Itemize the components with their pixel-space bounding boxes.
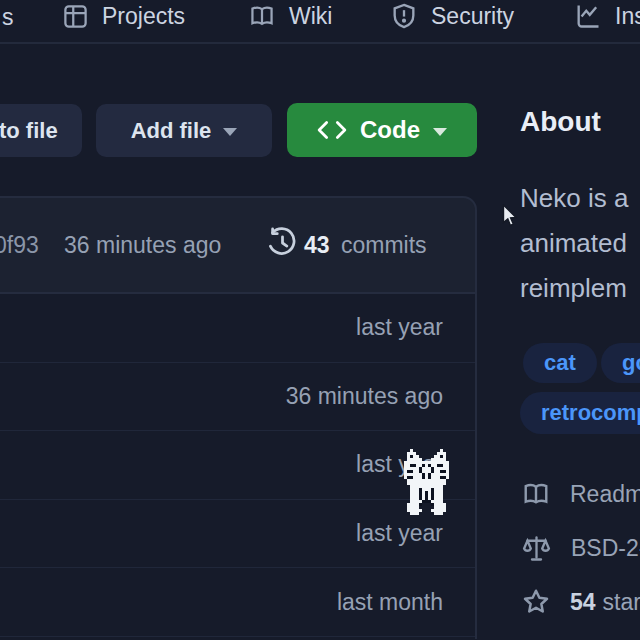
commit-age-link[interactable]: last month	[337, 589, 443, 616]
license-link[interactable]: BSD-2-Clause license	[521, 532, 640, 564]
topic-tag-retrocomputing[interactable]: retrocomputing	[520, 392, 640, 434]
license-label: BSD-2-Clause license	[571, 535, 640, 562]
tab-label: Security	[431, 3, 514, 30]
tab-security[interactable]: Security	[390, 0, 514, 32]
table-icon	[62, 3, 89, 30]
file-row[interactable]: 36 minutes ago	[0, 363, 475, 432]
code-label: Code	[360, 116, 420, 144]
about-description-line: reimplem	[520, 266, 628, 311]
commit-age-link[interactable]: last year	[356, 314, 443, 341]
code-icon	[317, 119, 347, 141]
chevron-down-icon	[433, 128, 447, 136]
add-file-button[interactable]: Add file	[96, 104, 272, 157]
tab-wiki[interactable]: Wiki	[248, 0, 332, 32]
readme-link[interactable]: Readme	[521, 478, 640, 510]
chevron-down-icon	[223, 128, 237, 136]
stars-link[interactable]: 54stars	[521, 586, 640, 618]
latest-commit-bar: 0f93 36 minutes ago 43 commits	[0, 196, 477, 294]
law-scales-icon	[521, 533, 552, 564]
file-row[interactable]: last month	[0, 568, 475, 637]
go-to-file-label: Go to file	[0, 118, 58, 144]
code-button[interactable]: Code	[287, 103, 477, 157]
about-description: Neko is a animated reimplem	[520, 176, 628, 311]
tab-label: Insights	[615, 3, 640, 30]
add-file-label: Add file	[131, 118, 212, 144]
about-description-line: Neko is a	[520, 176, 628, 221]
commits-count[interactable]: 43	[304, 232, 330, 259]
history-icon	[266, 227, 299, 264]
about-description-line: animated	[520, 221, 628, 266]
file-table: last year 36 minutes ago last year last …	[0, 294, 477, 639]
commit-hash-link[interactable]: 0f93	[0, 232, 39, 259]
file-row[interactable]: last year	[0, 500, 475, 569]
topic-tag-cat[interactable]: cat	[523, 343, 597, 383]
stars-label: stars	[603, 589, 640, 615]
tab-label: Projects	[102, 3, 185, 30]
about-heading: About	[520, 106, 601, 138]
book-icon	[521, 480, 551, 509]
graph-icon	[574, 2, 602, 30]
readme-label: Readme	[570, 481, 640, 508]
go-to-file-button[interactable]: Go to file	[0, 104, 82, 157]
tab-projects[interactable]: Projects	[62, 0, 185, 32]
stars-count: 54	[570, 589, 596, 615]
mouse-pointer-icon	[502, 204, 519, 229]
shield-exclamation-icon	[390, 2, 418, 30]
file-row[interactable]: last year	[0, 294, 475, 363]
commit-time: 36 minutes ago	[64, 232, 221, 259]
commits-label[interactable]: commits	[341, 232, 427, 259]
commit-age-link[interactable]: last year	[356, 451, 443, 478]
commit-age-link[interactable]: 36 minutes ago	[286, 383, 443, 410]
neko-cat-sprite	[404, 449, 407, 452]
tab-insights[interactable]: Insights	[574, 0, 640, 32]
tab-label: Wiki	[289, 3, 332, 30]
book-icon	[248, 3, 276, 30]
star-icon	[521, 587, 551, 617]
nav-divider	[0, 42, 640, 44]
tab-actions-partial[interactable]: s	[2, 1, 14, 33]
github-repo-page: s Projects Wiki Security Insights	[0, 0, 640, 640]
stars-text: 54stars	[570, 589, 640, 616]
file-row[interactable]: last year	[0, 431, 475, 500]
commit-age-link[interactable]: last year	[356, 520, 443, 547]
topic-tag-go[interactable]: go	[601, 343, 640, 383]
